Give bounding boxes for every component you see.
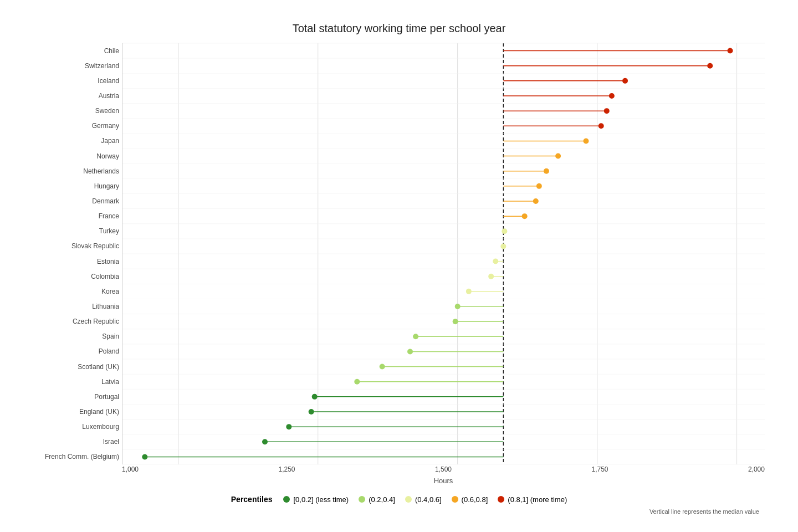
y-label: France [33, 213, 119, 219]
data-point [407, 349, 413, 354]
data-point [583, 138, 589, 144]
x-tick: 1,000 [122, 466, 139, 473]
data-point [622, 78, 628, 84]
legend-label: (0.6,0.8] [462, 495, 488, 504]
legend-item: (0.8,1] (more time) [498, 495, 567, 504]
y-label: Luxembourg [33, 423, 119, 430]
legend-label: (0.4,0.6] [415, 495, 442, 504]
plot-svg [122, 43, 765, 464]
y-label: Germany [33, 122, 119, 129]
chart-area: ChileSwitzerlandIcelandAustriaSwedenGerm… [33, 43, 765, 464]
y-label: Portugal [33, 393, 119, 400]
data-point [455, 304, 461, 309]
legend-dot [359, 496, 365, 503]
data-point [413, 334, 418, 339]
y-label: Slovak Republic [33, 243, 119, 249]
y-label: England (UK) [33, 408, 119, 415]
legend-dot [283, 496, 290, 503]
data-point [380, 364, 385, 370]
data-point [500, 243, 506, 249]
data-point [502, 228, 507, 234]
legend-item: (0.2,0.4] [359, 495, 395, 504]
y-label: French Comm. (Belgium) [33, 453, 119, 460]
data-point [522, 213, 528, 219]
y-label: Denmark [33, 198, 119, 204]
data-point [262, 439, 268, 444]
data-point [728, 48, 733, 54]
x-tick: 1,500 [435, 466, 452, 473]
x-tick: 1,250 [278, 466, 295, 473]
y-label: Colombia [33, 273, 119, 280]
data-point [309, 409, 314, 415]
legend-label: (0.2,0.4] [369, 495, 395, 504]
legend-title: Percentiles [231, 495, 273, 504]
legend-dot [452, 496, 458, 503]
legend: Percentiles [0,0.2] (less time)(0.2,0.4]… [33, 495, 765, 504]
legend-item: [0,0.2] (less time) [283, 495, 349, 504]
y-label: Norway [33, 153, 119, 160]
y-label: Latvia [33, 378, 119, 385]
y-label: Lithuania [33, 303, 119, 310]
data-point [453, 319, 458, 324]
legend-item: (0.6,0.8] [452, 495, 488, 504]
data-point [544, 168, 549, 174]
data-point [536, 183, 542, 189]
data-point [533, 198, 539, 204]
legend-items: [0,0.2] (less time)(0.2,0.4](0.4,0.6](0.… [283, 495, 567, 504]
chart-title: Total statutory working time per school … [33, 22, 765, 35]
data-point [286, 424, 291, 429]
x-tick: 1,750 [591, 466, 608, 473]
y-label: Switzerland [33, 63, 119, 69]
data-point [555, 154, 561, 159]
legend-item: (0.4,0.6] [405, 495, 442, 504]
y-label: Turkey [33, 228, 119, 234]
y-label: Hungary [33, 183, 119, 190]
data-point [707, 63, 713, 69]
y-label: Japan [33, 137, 119, 144]
y-label: Estonia [33, 258, 119, 265]
y-label: Iceland [33, 78, 119, 84]
x-axis-label: Hours [434, 477, 453, 485]
data-point [598, 123, 604, 129]
legend-label: [0,0.2] (less time) [293, 495, 349, 504]
data-point [312, 394, 318, 400]
data-point [466, 289, 472, 294]
chart-container: Total statutory working time per school … [28, 11, 770, 521]
y-label: Spain [33, 333, 119, 340]
plot-area [122, 43, 765, 464]
y-label: Sweden [33, 108, 119, 114]
data-point [354, 379, 360, 385]
y-label: Chile [33, 48, 119, 54]
legend-dot [405, 496, 412, 503]
data-point [493, 259, 498, 264]
x-axis-ticks: 1,0001,2501,5001,7502,000 [122, 464, 765, 474]
data-point [609, 93, 615, 99]
y-label: Korea [33, 288, 119, 295]
data-point [604, 108, 610, 114]
y-label: Netherlands [33, 168, 119, 175]
y-label: Israel [33, 438, 119, 445]
y-label: Poland [33, 348, 119, 355]
data-point [488, 274, 494, 279]
y-label: Austria [33, 93, 119, 99]
x-axis-area: 1,0001,2501,5001,7502,000 Hours [122, 464, 765, 485]
x-tick: 2,000 [748, 466, 765, 473]
legend-dot [498, 496, 504, 503]
y-axis-labels: ChileSwitzerlandIcelandAustriaSwedenGerm… [33, 43, 122, 464]
footnote: Vertical line represents the median valu… [33, 508, 765, 515]
y-label: Czech Republic [33, 318, 119, 325]
data-point [142, 454, 147, 459]
legend-label: (0.8,1] (more time) [508, 495, 567, 504]
y-label: Scotland (UK) [33, 364, 119, 370]
